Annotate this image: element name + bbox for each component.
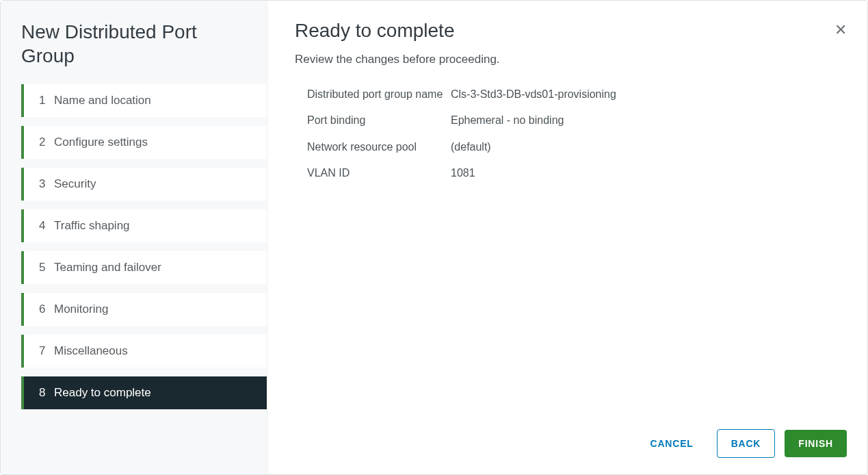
step-number: 6 [39, 303, 54, 316]
wizard-steps: 1Name and location2Configure settings3Se… [1, 84, 267, 409]
step-label: Teaming and failover [54, 261, 267, 274]
step-label: Configure settings [54, 136, 267, 149]
step-number: 3 [39, 177, 54, 191]
summary-value: Cls-3-Std3-DB-vds01-provisioning [451, 87, 840, 102]
wizard-step-7[interactable]: 7Miscellaneous [21, 335, 267, 368]
summary-label: Distributed port group name [307, 87, 451, 102]
step-number: 1 [39, 94, 54, 107]
wizard-footer: CANCEL BACK FINISH [637, 429, 847, 458]
wizard-sidebar: New Distributed Port Group 1Name and loc… [1, 1, 267, 474]
wizard-step-3[interactable]: 3Security [21, 168, 267, 201]
wizard-step-8[interactable]: 8Ready to complete [21, 376, 267, 409]
step-label: Monitoring [54, 303, 267, 316]
step-label: Miscellaneous [54, 344, 267, 358]
summary-row: VLAN ID1081 [307, 166, 840, 181]
summary-row: Port bindingEphemeral - no binding [307, 113, 840, 128]
summary-label: Port binding [307, 113, 451, 128]
step-number: 7 [39, 344, 54, 358]
wizard-step-4[interactable]: 4Traffic shaping [21, 209, 267, 242]
step-number: 8 [39, 386, 54, 400]
wizard-step-5[interactable]: 5Teaming and failover [21, 251, 267, 284]
summary-row: Distributed port group nameCls-3-Std3-DB… [307, 87, 840, 102]
step-label: Name and location [54, 94, 267, 107]
summary-label: VLAN ID [307, 166, 451, 181]
wizard-step-2[interactable]: 2Configure settings [21, 126, 267, 159]
wizard-step-1[interactable]: 1Name and location [21, 84, 267, 117]
page-subtitle: Review the changes before proceeding. [295, 53, 840, 66]
wizard-step-6[interactable]: 6Monitoring [21, 293, 267, 326]
close-icon[interactable]: ✕ [834, 23, 847, 38]
summary-label: Network resource pool [307, 140, 451, 155]
summary-value: 1081 [451, 166, 840, 181]
page-title: Ready to complete [295, 20, 840, 42]
step-label: Ready to complete [54, 386, 267, 400]
new-port-group-dialog: New Distributed Port Group 1Name and loc… [0, 0, 868, 475]
summary-row: Network resource pool(default) [307, 140, 840, 155]
finish-button[interactable]: FINISH [785, 430, 847, 457]
summary-value: Ephemeral - no binding [451, 113, 840, 128]
step-label: Security [54, 177, 267, 191]
back-button[interactable]: BACK [717, 429, 776, 458]
summary-value: (default) [451, 140, 840, 155]
step-number: 5 [39, 261, 54, 274]
cancel-button[interactable]: CANCEL [637, 430, 707, 457]
summary-table: Distributed port group nameCls-3-Std3-DB… [295, 87, 840, 192]
step-number: 2 [39, 136, 54, 149]
wizard-main: ✕ Ready to complete Review the changes b… [267, 1, 867, 474]
wizard-title: New Distributed Port Group [1, 20, 267, 84]
step-number: 4 [39, 219, 54, 233]
step-label: Traffic shaping [54, 219, 267, 233]
